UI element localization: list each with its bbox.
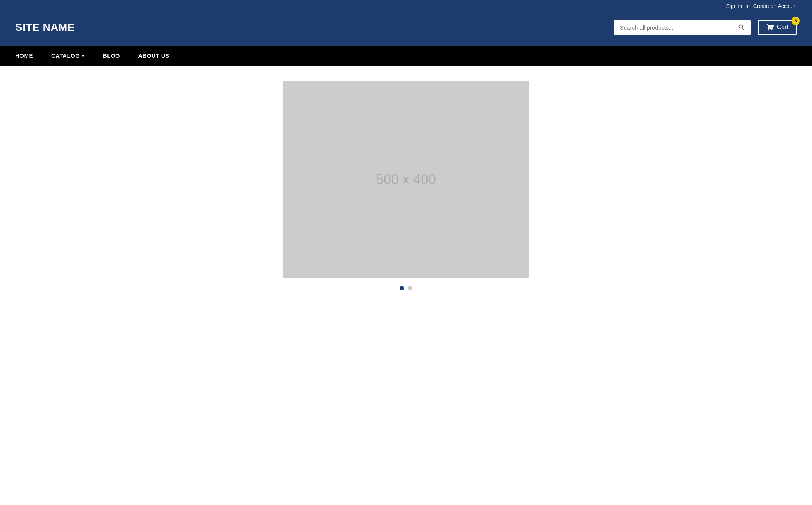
nav-item-about[interactable]: ABOUT US — [129, 46, 178, 66]
cart-label: Cart — [777, 24, 788, 31]
top-bar: Sign in or Create an Account — [0, 0, 812, 12]
nav-label-catalog: CATALOG — [51, 52, 80, 59]
chevron-down-icon: ▾ — [82, 54, 85, 58]
dot-1[interactable] — [400, 286, 404, 290]
nav-item-home[interactable]: HOME — [15, 46, 42, 66]
nav-label-about: ABOUT US — [138, 52, 169, 59]
main-nav: HOME CATALOG ▾ BLOG ABOUT US — [0, 46, 812, 66]
slideshow-container: 500 x 400 — [283, 81, 529, 290]
search-container — [614, 20, 751, 35]
slideshow-dots — [400, 286, 412, 290]
header-right: Cart 5 — [614, 20, 797, 35]
nav-item-blog[interactable]: BLOG — [94, 46, 129, 66]
nav-label-blog: BLOG — [103, 52, 120, 59]
signin-link[interactable]: Sign in — [726, 3, 743, 9]
search-icon — [738, 24, 745, 31]
dot-2[interactable] — [408, 286, 412, 290]
search-button[interactable] — [732, 20, 751, 35]
header: SITE NAME Cart 5 — [0, 12, 812, 46]
search-input[interactable] — [614, 21, 732, 35]
create-account-link[interactable]: Create an Account — [753, 3, 797, 9]
site-name: SITE NAME — [15, 21, 75, 33]
nav-label-home: HOME — [15, 52, 33, 59]
nav-item-catalog[interactable]: CATALOG ▾ — [42, 46, 94, 66]
cart-button[interactable]: Cart 5 — [758, 20, 797, 35]
placeholder-text: 500 x 400 — [376, 172, 436, 188]
main-content: 500 x 400 — [0, 66, 812, 306]
top-bar-separator: or — [745, 3, 750, 9]
slideshow-image: 500 x 400 — [283, 81, 529, 278]
cart-icon — [766, 24, 774, 31]
cart-badge: 5 — [792, 17, 800, 25]
